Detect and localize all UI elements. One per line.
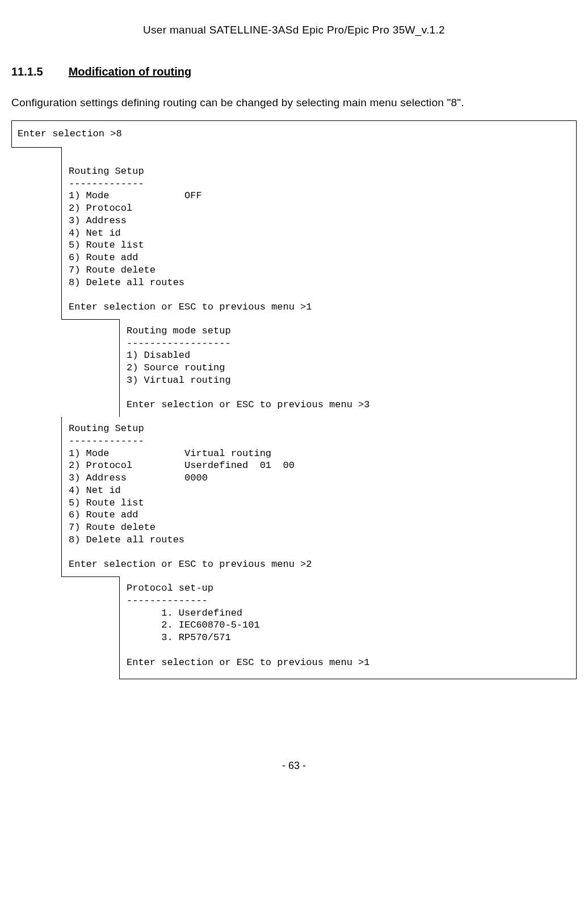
page-header: User manual SATELLINE-3ASd Epic Pro/Epic… xyxy=(11,23,577,38)
section-title: Modification of routing xyxy=(69,65,192,78)
terminal-box-enter-8: Enter selection >8 xyxy=(11,120,577,148)
terminal-box-routing-setup-off: Routing Setup ------------- 1) Mode OFF … xyxy=(61,147,577,320)
terminal-box-routing-setup-virtual: Routing Setup ------------- 1) Mode Virt… xyxy=(61,417,577,577)
intro-paragraph: Configuration settings defining routing … xyxy=(11,95,577,111)
terminal-box-routing-mode-setup: Routing mode setup ------------------ 1)… xyxy=(119,319,577,417)
section-number: 11.1.5 xyxy=(11,64,43,80)
page-number: - 63 - xyxy=(11,759,577,773)
section-heading: 11.1.5 Modification of routing xyxy=(11,64,577,80)
terminal-box-protocol-setup: Protocol set-up -------------- 1. Userde… xyxy=(119,576,577,679)
